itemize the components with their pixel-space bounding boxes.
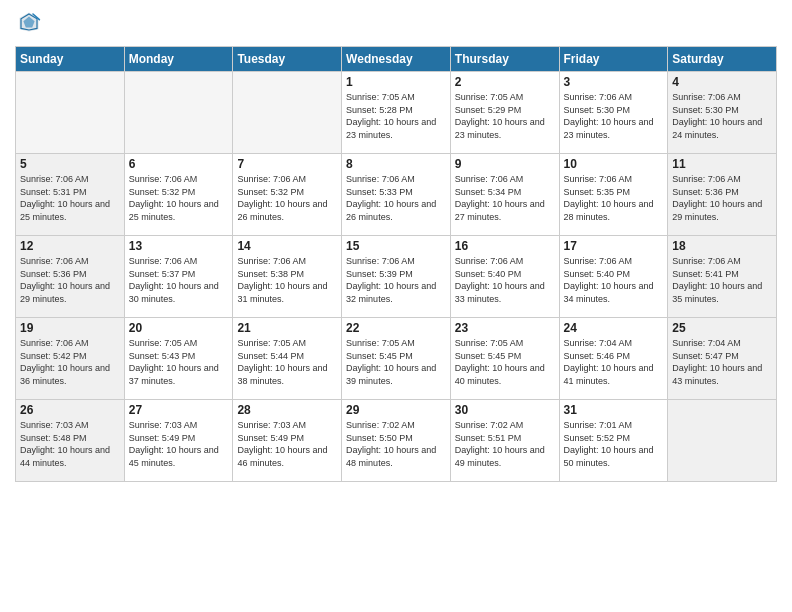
day-cell: 21Sunrise: 7:05 AM Sunset: 5:44 PM Dayli… — [233, 318, 342, 400]
day-cell: 29Sunrise: 7:02 AM Sunset: 5:50 PM Dayli… — [342, 400, 451, 482]
day-info: Sunrise: 7:06 AM Sunset: 5:41 PM Dayligh… — [672, 255, 772, 305]
day-info: Sunrise: 7:03 AM Sunset: 5:49 PM Dayligh… — [129, 419, 229, 469]
day-info: Sunrise: 7:06 AM Sunset: 5:37 PM Dayligh… — [129, 255, 229, 305]
week-row-0: 1Sunrise: 7:05 AM Sunset: 5:28 PM Daylig… — [16, 72, 777, 154]
weekday-header-wednesday: Wednesday — [342, 47, 451, 72]
day-number: 19 — [20, 321, 120, 335]
day-info: Sunrise: 7:06 AM Sunset: 5:39 PM Dayligh… — [346, 255, 446, 305]
day-number: 17 — [564, 239, 664, 253]
day-cell: 23Sunrise: 7:05 AM Sunset: 5:45 PM Dayli… — [450, 318, 559, 400]
day-number: 2 — [455, 75, 555, 89]
day-number: 3 — [564, 75, 664, 89]
day-cell: 12Sunrise: 7:06 AM Sunset: 5:36 PM Dayli… — [16, 236, 125, 318]
day-info: Sunrise: 7:05 AM Sunset: 5:29 PM Dayligh… — [455, 91, 555, 141]
day-number: 31 — [564, 403, 664, 417]
day-info: Sunrise: 7:05 AM Sunset: 5:45 PM Dayligh… — [455, 337, 555, 387]
day-info: Sunrise: 7:06 AM Sunset: 5:32 PM Dayligh… — [129, 173, 229, 223]
day-number: 22 — [346, 321, 446, 335]
day-info: Sunrise: 7:02 AM Sunset: 5:51 PM Dayligh… — [455, 419, 555, 469]
weekday-header-friday: Friday — [559, 47, 668, 72]
weekday-header-monday: Monday — [124, 47, 233, 72]
day-info: Sunrise: 7:04 AM Sunset: 5:46 PM Dayligh… — [564, 337, 664, 387]
day-cell: 15Sunrise: 7:06 AM Sunset: 5:39 PM Dayli… — [342, 236, 451, 318]
day-cell: 26Sunrise: 7:03 AM Sunset: 5:48 PM Dayli… — [16, 400, 125, 482]
day-cell: 13Sunrise: 7:06 AM Sunset: 5:37 PM Dayli… — [124, 236, 233, 318]
day-cell: 6Sunrise: 7:06 AM Sunset: 5:32 PM Daylig… — [124, 154, 233, 236]
day-number: 25 — [672, 321, 772, 335]
day-cell: 10Sunrise: 7:06 AM Sunset: 5:35 PM Dayli… — [559, 154, 668, 236]
day-cell: 4Sunrise: 7:06 AM Sunset: 5:30 PM Daylig… — [668, 72, 777, 154]
day-cell — [16, 72, 125, 154]
day-number: 18 — [672, 239, 772, 253]
day-number: 10 — [564, 157, 664, 171]
day-number: 23 — [455, 321, 555, 335]
day-number: 11 — [672, 157, 772, 171]
day-cell: 22Sunrise: 7:05 AM Sunset: 5:45 PM Dayli… — [342, 318, 451, 400]
day-info: Sunrise: 7:06 AM Sunset: 5:30 PM Dayligh… — [672, 91, 772, 141]
weekday-header-saturday: Saturday — [668, 47, 777, 72]
day-number: 20 — [129, 321, 229, 335]
day-cell: 3Sunrise: 7:06 AM Sunset: 5:30 PM Daylig… — [559, 72, 668, 154]
day-info: Sunrise: 7:05 AM Sunset: 5:43 PM Dayligh… — [129, 337, 229, 387]
day-number: 14 — [237, 239, 337, 253]
day-info: Sunrise: 7:06 AM Sunset: 5:40 PM Dayligh… — [455, 255, 555, 305]
week-row-1: 5Sunrise: 7:06 AM Sunset: 5:31 PM Daylig… — [16, 154, 777, 236]
day-cell: 5Sunrise: 7:06 AM Sunset: 5:31 PM Daylig… — [16, 154, 125, 236]
weekday-header-tuesday: Tuesday — [233, 47, 342, 72]
day-cell: 14Sunrise: 7:06 AM Sunset: 5:38 PM Dayli… — [233, 236, 342, 318]
day-info: Sunrise: 7:06 AM Sunset: 5:32 PM Dayligh… — [237, 173, 337, 223]
day-cell: 27Sunrise: 7:03 AM Sunset: 5:49 PM Dayli… — [124, 400, 233, 482]
day-info: Sunrise: 7:03 AM Sunset: 5:48 PM Dayligh… — [20, 419, 120, 469]
day-info: Sunrise: 7:06 AM Sunset: 5:33 PM Dayligh… — [346, 173, 446, 223]
day-cell: 18Sunrise: 7:06 AM Sunset: 5:41 PM Dayli… — [668, 236, 777, 318]
day-info: Sunrise: 7:06 AM Sunset: 5:38 PM Dayligh… — [237, 255, 337, 305]
day-number: 7 — [237, 157, 337, 171]
day-cell: 2Sunrise: 7:05 AM Sunset: 5:29 PM Daylig… — [450, 72, 559, 154]
day-info: Sunrise: 7:06 AM Sunset: 5:30 PM Dayligh… — [564, 91, 664, 141]
week-row-4: 26Sunrise: 7:03 AM Sunset: 5:48 PM Dayli… — [16, 400, 777, 482]
calendar: SundayMondayTuesdayWednesdayThursdayFrid… — [15, 46, 777, 482]
day-cell: 8Sunrise: 7:06 AM Sunset: 5:33 PM Daylig… — [342, 154, 451, 236]
day-number: 26 — [20, 403, 120, 417]
logo-icon — [17, 10, 41, 34]
day-info: Sunrise: 7:06 AM Sunset: 5:34 PM Dayligh… — [455, 173, 555, 223]
day-info: Sunrise: 7:06 AM Sunset: 5:42 PM Dayligh… — [20, 337, 120, 387]
day-number: 5 — [20, 157, 120, 171]
day-cell: 24Sunrise: 7:04 AM Sunset: 5:46 PM Dayli… — [559, 318, 668, 400]
day-info: Sunrise: 7:06 AM Sunset: 5:36 PM Dayligh… — [20, 255, 120, 305]
day-cell: 11Sunrise: 7:06 AM Sunset: 5:36 PM Dayli… — [668, 154, 777, 236]
day-cell: 25Sunrise: 7:04 AM Sunset: 5:47 PM Dayli… — [668, 318, 777, 400]
week-row-3: 19Sunrise: 7:06 AM Sunset: 5:42 PM Dayli… — [16, 318, 777, 400]
day-info: Sunrise: 7:03 AM Sunset: 5:49 PM Dayligh… — [237, 419, 337, 469]
day-info: Sunrise: 7:05 AM Sunset: 5:45 PM Dayligh… — [346, 337, 446, 387]
weekday-header-sunday: Sunday — [16, 47, 125, 72]
day-number: 12 — [20, 239, 120, 253]
day-info: Sunrise: 7:05 AM Sunset: 5:44 PM Dayligh… — [237, 337, 337, 387]
day-number: 15 — [346, 239, 446, 253]
day-cell: 9Sunrise: 7:06 AM Sunset: 5:34 PM Daylig… — [450, 154, 559, 236]
day-cell — [233, 72, 342, 154]
header — [15, 10, 777, 38]
day-number: 21 — [237, 321, 337, 335]
day-number: 4 — [672, 75, 772, 89]
day-info: Sunrise: 7:06 AM Sunset: 5:40 PM Dayligh… — [564, 255, 664, 305]
day-number: 6 — [129, 157, 229, 171]
day-cell: 31Sunrise: 7:01 AM Sunset: 5:52 PM Dayli… — [559, 400, 668, 482]
day-number: 29 — [346, 403, 446, 417]
day-cell: 16Sunrise: 7:06 AM Sunset: 5:40 PM Dayli… — [450, 236, 559, 318]
week-row-2: 12Sunrise: 7:06 AM Sunset: 5:36 PM Dayli… — [16, 236, 777, 318]
day-number: 24 — [564, 321, 664, 335]
day-number: 28 — [237, 403, 337, 417]
day-number: 16 — [455, 239, 555, 253]
day-number: 9 — [455, 157, 555, 171]
day-info: Sunrise: 7:06 AM Sunset: 5:36 PM Dayligh… — [672, 173, 772, 223]
day-cell — [124, 72, 233, 154]
day-cell: 20Sunrise: 7:05 AM Sunset: 5:43 PM Dayli… — [124, 318, 233, 400]
day-cell: 30Sunrise: 7:02 AM Sunset: 5:51 PM Dayli… — [450, 400, 559, 482]
day-cell: 7Sunrise: 7:06 AM Sunset: 5:32 PM Daylig… — [233, 154, 342, 236]
day-cell: 28Sunrise: 7:03 AM Sunset: 5:49 PM Dayli… — [233, 400, 342, 482]
day-info: Sunrise: 7:06 AM Sunset: 5:31 PM Dayligh… — [20, 173, 120, 223]
day-cell — [668, 400, 777, 482]
day-number: 30 — [455, 403, 555, 417]
page: SundayMondayTuesdayWednesdayThursdayFrid… — [0, 0, 792, 612]
